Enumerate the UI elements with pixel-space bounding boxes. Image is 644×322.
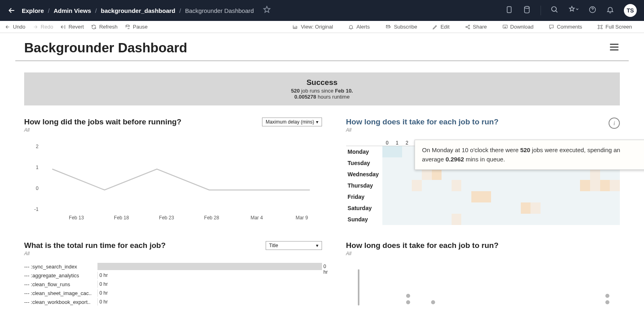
chart2-subtitle: All <box>346 127 499 133</box>
svg-text:-1: -1 <box>34 206 39 212</box>
pause-button[interactable]: Pause <box>125 24 148 30</box>
heatmap-tooltip: On Monday at 10 o'clock there were 520 j… <box>415 140 644 170</box>
svg-rect-12 <box>599 26 602 28</box>
chart3-title: What is the total run time for each job? <box>24 241 166 250</box>
dashboard-content: Backgrounder Dashboard Success 520 job r… <box>0 33 644 322</box>
banner-title: Success <box>30 78 614 87</box>
share-button[interactable]: Share <box>465 24 487 30</box>
chart4-title: How long does it take for each job to ru… <box>346 241 499 250</box>
chevron-down-icon: ▾ <box>316 119 318 125</box>
edit-button[interactable]: Edit <box>432 24 449 30</box>
svg-text:Feb 18: Feb 18 <box>114 215 129 221</box>
svg-text:Feb 23: Feb 23 <box>159 215 174 221</box>
svg-text:Mar 9: Mar 9 <box>295 215 308 221</box>
breadcrumb-workbook[interactable]: backgrounder_dashboard <box>101 7 175 14</box>
subscribe-button[interactable]: Subscribe <box>385 24 417 30</box>
favorites-dropdown-icon[interactable] <box>568 6 579 15</box>
database-icon[interactable] <box>523 6 531 15</box>
toolbar: Undo Redo Revert Refresh Pause View: Ori… <box>0 21 644 33</box>
search-icon[interactable] <box>551 6 559 15</box>
breadcrumb-current: Backgrounder Dashboard <box>185 7 254 14</box>
line-chart[interactable]: 2 1 0 -1 Feb 13 Feb 18 Feb 23 Feb 28 Mar… <box>24 141 322 221</box>
undo-button[interactable]: Undo <box>5 24 25 30</box>
chart2-title: How long does it take for each job to ru… <box>346 118 499 126</box>
breadcrumb-explore[interactable]: Explore <box>22 7 44 14</box>
page-title: Backgrounder Dashboard <box>24 40 187 56</box>
chart1-title: How long did the jobs wait before runnin… <box>24 118 182 126</box>
chart4-subtitle: All <box>346 251 499 256</box>
help-icon[interactable] <box>588 6 597 15</box>
svg-point-6 <box>126 25 129 26</box>
dot-chart[interactable] <box>346 265 620 305</box>
top-navigation: Explore / Admin Views / backgrounder_das… <box>0 0 644 21</box>
chart1-dropdown[interactable]: Maximum delay (mins)▾ <box>262 118 322 126</box>
bar-list[interactable]: --- :sync_search_index0 hr--- :aggregate… <box>24 262 322 306</box>
svg-text:Feb 13: Feb 13 <box>69 215 84 221</box>
tablet-icon[interactable] <box>505 6 513 15</box>
breadcrumb: Explore / Admin Views / backgrounder_das… <box>22 7 254 14</box>
svg-text:0: 0 <box>36 186 39 191</box>
svg-line-4 <box>556 11 557 12</box>
notifications-icon[interactable] <box>606 6 614 15</box>
svg-text:1: 1 <box>36 165 39 170</box>
success-banner: Success 520 job runs since Feb 10. 0.005… <box>24 72 620 105</box>
comments-button[interactable]: Comments <box>549 24 582 30</box>
svg-text:2: 2 <box>36 144 39 149</box>
svg-text:Mar 4: Mar 4 <box>250 215 263 221</box>
svg-rect-0 <box>507 7 511 13</box>
redo-button[interactable]: Redo <box>33 24 53 30</box>
view-button[interactable]: View: Original <box>292 24 333 30</box>
chevron-down-icon: ▾ <box>316 243 318 248</box>
favorite-star-icon[interactable] <box>263 6 271 15</box>
chart3-subtitle: All <box>24 251 166 256</box>
alerts-button[interactable]: Alerts <box>348 24 369 30</box>
fullscreen-button[interactable]: Full Screen <box>597 24 632 30</box>
breadcrumb-admin-views[interactable]: Admin Views <box>54 7 91 14</box>
download-button[interactable]: Download <box>502 24 534 30</box>
svg-point-2 <box>524 6 529 8</box>
user-avatar[interactable]: TS <box>624 4 637 17</box>
info-icon[interactable]: i <box>609 118 620 129</box>
refresh-button[interactable]: Refresh <box>91 24 118 30</box>
back-arrow-icon[interactable] <box>7 6 16 15</box>
chart1-subtitle: All <box>24 127 182 133</box>
menu-icon[interactable] <box>609 41 620 54</box>
svg-text:Feb 28: Feb 28 <box>204 215 219 221</box>
chart3-dropdown[interactable]: Title▾ <box>266 241 322 250</box>
svg-point-3 <box>552 7 557 12</box>
revert-button[interactable]: Revert <box>60 24 84 30</box>
